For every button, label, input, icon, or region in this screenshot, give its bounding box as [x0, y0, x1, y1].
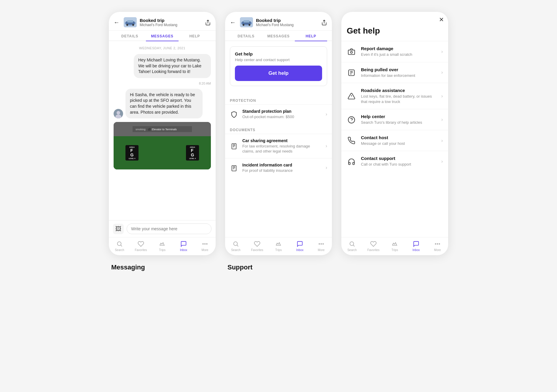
tab-details-2[interactable]: DETAILS	[230, 31, 262, 41]
get-help-button[interactable]: Get help	[235, 66, 322, 81]
image-attach-icon[interactable]: 🖼	[113, 224, 124, 234]
report-damage-title: Report damage	[361, 46, 437, 51]
svg-point-16	[203, 244, 203, 245]
nav-inbox-label-2: Inbox	[296, 248, 303, 252]
incident-card-item[interactable]: Incident information card For proof of l…	[225, 158, 332, 177]
share-button-2[interactable]	[321, 19, 327, 25]
help-center-subtitle: Search Turo's library of help articles	[361, 120, 437, 125]
pulled-over-subtitle: Information for law enforcement	[361, 73, 437, 78]
tab-messages-2[interactable]: MESSAGES	[262, 31, 295, 41]
roadside-title: Roadside assistance	[361, 88, 437, 93]
nav-trips-label: Trips	[159, 248, 165, 252]
nav-more-label: More	[202, 248, 209, 252]
message-time: 8:20 AM	[109, 81, 216, 88]
support-header: ← Booked trip Michael's Ford Mustang	[225, 12, 332, 31]
gethelp-screen: ✕ Get help Report damage Even if it's ju…	[341, 12, 448, 255]
nav-trips-2[interactable]: Trips	[268, 240, 289, 252]
nav-favorites[interactable]: Favorites	[130, 240, 152, 252]
help-center-item[interactable]: Help center Search Turo's library of hel…	[341, 109, 448, 130]
protection-label: PROTECTION	[225, 94, 332, 104]
nav-inbox-3[interactable]: Inbox	[405, 240, 427, 252]
svg-text:smoking: smoking	[136, 128, 146, 131]
svg-line-35	[237, 245, 238, 246]
contact-host-item[interactable]: Contact host Message or call your host ›	[341, 130, 448, 151]
nav-favorites-2[interactable]: Favorites	[246, 240, 268, 252]
sent-bubble-1: Hey Michael! Loving the Mustang. We will…	[134, 54, 211, 78]
documents-label: DOCUMENTS	[225, 124, 332, 134]
back-button-2[interactable]: ←	[230, 19, 236, 26]
inbox-icon-3	[413, 240, 419, 247]
arrow-icon-6: ›	[441, 93, 443, 99]
nav-trips[interactable]: Trips	[152, 240, 173, 252]
svg-point-23	[243, 24, 244, 26]
support-tabs: DETAILS MESSAGES HELP	[225, 31, 332, 41]
more-icon	[202, 240, 208, 247]
nav-search[interactable]: Search	[109, 240, 130, 252]
message-input-bar: 🖼	[109, 220, 216, 237]
nav-trips-3[interactable]: Trips	[384, 240, 405, 252]
bottom-nav-3: Search Favorites Trips Inbox More	[341, 237, 448, 255]
nav-inbox-2[interactable]: Inbox	[289, 240, 311, 252]
arrow-icon-2: ›	[326, 143, 327, 149]
nav-more-2[interactable]: More	[311, 240, 332, 252]
contact-support-subtitle: Call or chat with Turo support	[361, 162, 437, 167]
bottom-nav-2: Search Favorites Trips Inbox More	[225, 237, 332, 255]
more-icon-3	[434, 240, 441, 247]
nav-favorites-3[interactable]: Favorites	[363, 240, 384, 252]
tab-help-2[interactable]: HELP	[295, 31, 327, 41]
image-message: smoking ⬛ Elevator to Terminals AREA FG …	[114, 122, 211, 169]
svg-point-41	[351, 51, 353, 53]
nav-inbox[interactable]: Inbox	[173, 240, 194, 252]
pulled-over-item[interactable]: Being pulled over Information for law en…	[341, 62, 448, 83]
nav-more[interactable]: More	[194, 240, 216, 252]
svg-point-55	[439, 244, 440, 245]
contact-support-item[interactable]: Contact support Call or chat with Turo s…	[341, 151, 448, 172]
svg-point-17	[205, 244, 206, 245]
received-bubble-1: Hi Sasha, the vehicle is ready to be pic…	[125, 89, 203, 118]
tab-messages[interactable]: MESSAGES	[146, 31, 178, 41]
report-damage-item[interactable]: Report damage Even if it's just a small …	[341, 41, 448, 62]
tab-help[interactable]: HELP	[179, 31, 211, 41]
trips-icon	[159, 240, 165, 247]
protection-plan-item[interactable]: Standard protection plan Out-of-pocket m…	[225, 104, 332, 124]
tab-details[interactable]: DETAILS	[114, 31, 146, 41]
close-button[interactable]: ✕	[439, 16, 444, 23]
trips-icon-3	[392, 240, 398, 247]
back-button[interactable]: ←	[114, 19, 120, 26]
search-icon-2	[233, 240, 239, 247]
car-sharing-agreement-item[interactable]: Car sharing agreement For law enforcemen…	[225, 134, 332, 158]
nav-more-label-2: More	[318, 248, 325, 252]
header-title-block-2: Booked trip Michael's Ford Mustang	[256, 18, 318, 27]
svg-point-37	[319, 244, 320, 245]
nav-search-2[interactable]: Search	[225, 240, 246, 252]
car-thumbnail	[124, 17, 137, 27]
roadside-item[interactable]: Roadside assistance Lost keys, flat tire…	[341, 83, 448, 109]
search-icon-3	[349, 240, 355, 247]
help-card-subtitle: Help center and contact support	[235, 58, 322, 62]
svg-point-53	[435, 244, 436, 245]
help-center-title: Help center	[361, 114, 437, 119]
gethelp-body: Report damage Even if it's just a small …	[341, 41, 448, 237]
arrow-icon-7: ›	[441, 117, 443, 122]
phone-icon	[347, 137, 356, 145]
header-title-2: Booked trip	[256, 18, 318, 23]
car-agreement-title: Car sharing agreement	[242, 138, 322, 143]
incident-card-text: Incident information card For proof of l…	[242, 163, 322, 173]
headset-icon	[347, 157, 356, 165]
support-label: Support	[225, 264, 332, 271]
help-card: Get help Help center and contact support…	[230, 46, 327, 86]
messaging-header: ← Booked trip Michael's Ford Mustang	[109, 12, 216, 31]
nav-inbox-label: Inbox	[180, 248, 187, 252]
contact-support-title: Contact support	[361, 156, 437, 161]
doc-icon-2	[230, 164, 238, 172]
svg-line-51	[353, 245, 354, 246]
date-divider: WEDNESDAY, JUNE 2, 2021	[109, 41, 216, 53]
close-header: ✕	[341, 12, 448, 23]
svg-point-39	[323, 244, 324, 245]
nav-search-3[interactable]: Search	[341, 240, 363, 252]
nav-more-3[interactable]: More	[427, 240, 448, 252]
share-button[interactable]	[205, 19, 211, 25]
svg-point-8	[117, 111, 120, 115]
messaging-screen: ← Booked trip Michael's Ford Mustang	[109, 12, 216, 255]
message-input[interactable]	[127, 223, 211, 234]
